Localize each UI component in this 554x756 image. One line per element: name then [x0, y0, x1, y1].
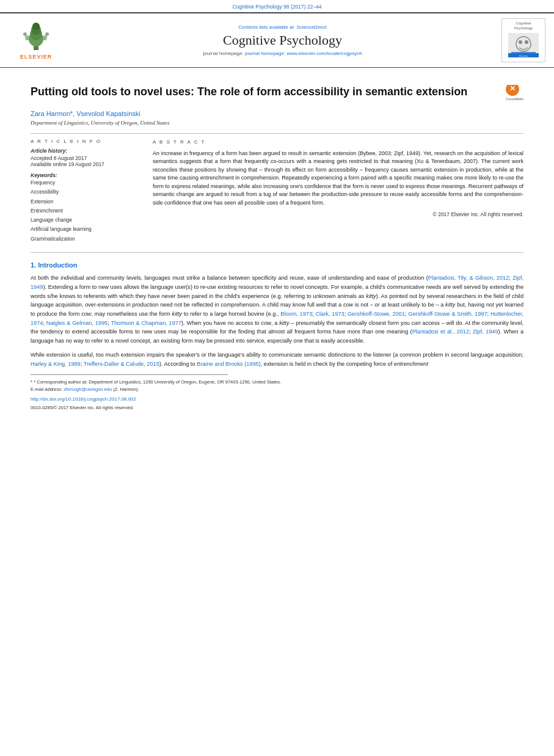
- email-link[interactable]: zforough@uoregon.edu: [64, 387, 112, 392]
- issn-line: 0010-0285/© 2017 Elsevier Inc. All right…: [31, 404, 523, 411]
- keyword-1: Frequency: [31, 178, 140, 187]
- svg-point-5: [25, 35, 30, 40]
- top-citation: Cognitive Psychology 98 (2017) 22–44: [0, 0, 554, 12]
- footnote-section: [0, 374, 554, 375]
- ref-clark-1973[interactable]: Clark, 1973: [315, 311, 344, 317]
- journal-header: ELSEVIER Contents lists available at Sci…: [0, 12, 554, 68]
- authors: Zara Harmon*, Vsevolod Kapatsinski: [31, 110, 523, 117]
- abstract-text: An increase in frequency of a form has b…: [153, 150, 523, 208]
- doi-line: http://dx.doi.org/10.1016/j.cogpsych.201…: [31, 396, 523, 403]
- article-info-abstract: A R T I C L E I N F O Article history: A…: [31, 133, 523, 244]
- ref-harley-1989[interactable]: Harley & King, 1989: [31, 361, 81, 367]
- footnote-divider: [31, 374, 228, 375]
- keyword-6: Artificial language learning: [31, 225, 140, 234]
- journal-logo-box: Cognitive Psychology Elsevier: [501, 18, 545, 62]
- svg-point-4: [32, 23, 40, 30]
- article-title: Putting old tools to novel uses: The rol…: [31, 85, 523, 99]
- journal-title-block: Contents lists available at ScienceDirec…: [70, 24, 495, 56]
- history-label: Article history:: [31, 148, 140, 154]
- ref-treffers-2015[interactable]: Treffers-Daller & Calude, 2015: [84, 361, 159, 367]
- abstract-heading: A B S T R A C T: [153, 139, 523, 146]
- doi-link[interactable]: http://dx.doi.org/10.1016/j.cogpsych.201…: [31, 396, 136, 402]
- homepage-link[interactable]: journal homepage: www.elsevier.com/locat…: [245, 51, 362, 56]
- author-names: Zara Harmon*, Vsevolod Kapatsinski: [31, 110, 140, 117]
- article-info-heading: A R T I C L E I N F O: [31, 139, 140, 144]
- ref-thomson-1977[interactable]: Thomson & Chapman, 1977: [111, 320, 181, 326]
- keywords-label: Keywords:: [31, 172, 57, 178]
- keyword-3: Extension: [31, 197, 140, 206]
- keyword-4: Entrenchment: [31, 206, 140, 216]
- crossmark-label: CrossMark: [506, 97, 523, 101]
- keyword-7: Grammaticalization: [31, 234, 140, 244]
- intro-paragraph-1: At both the individual and community lev…: [31, 274, 523, 346]
- email-suffix: (Z. Harmon).: [113, 387, 139, 392]
- elsevier-tree-icon: [18, 21, 54, 53]
- crossmark-badge[interactable]: ✕ CrossMark: [506, 85, 523, 101]
- journal-homepage: journal homepage: journal homepage: www.…: [70, 51, 495, 56]
- svg-point-11: [519, 40, 522, 44]
- crossmark-icon: ✕: [506, 85, 519, 96]
- email-line: E-mail address: zforough@uoregon.edu (Z.…: [31, 386, 523, 393]
- svg-point-7: [23, 32, 27, 36]
- abstract-col: A B S T R A C T An increase in frequency…: [153, 139, 523, 244]
- footnote-text: * Corresponding author at: Department of…: [34, 379, 281, 385]
- email-label: E-mail address:: [31, 387, 62, 392]
- contents-line: Contents lists available at ScienceDirec…: [70, 24, 495, 30]
- intro-heading: 1. Introduction: [31, 261, 523, 269]
- affiliation: Department of Linguistics, University of…: [31, 120, 523, 126]
- svg-point-8: [45, 32, 49, 36]
- svg-text:Elsevier: Elsevier: [519, 54, 528, 57]
- contents-text: Contents lists available at: [238, 24, 294, 30]
- logo-journal-name: Cognitive Psychology: [505, 21, 542, 31]
- intro-paragraph-2: While extension is useful, too much exte…: [31, 351, 523, 368]
- article-section: ✕ CrossMark Putting old tools to novel u…: [0, 68, 554, 253]
- footnote-area: * * Corresponding author at: Department …: [0, 379, 554, 411]
- logo-image: Elsevier: [508, 33, 539, 57]
- ref-bloom-1973[interactable]: Bloom, 1973: [280, 311, 312, 317]
- ref-gershkoff-2001[interactable]: Gershkoff-Stowe, 2001: [348, 311, 405, 317]
- page: Cognitive Psychology 98 (2017) 22–44: [0, 0, 554, 411]
- svg-point-12: [525, 40, 528, 44]
- introduction-section: 1. Introduction At both the individual a…: [0, 261, 554, 368]
- accepted-date: Accepted 8 August 2017 Available online …: [31, 155, 140, 167]
- elsevier-wordmark: ELSEVIER: [20, 54, 53, 60]
- ref-plantadosi-2012[interactable]: Plantadosi, Tily, & Gibson, 2012: [428, 275, 509, 281]
- ref-zipf-1949b[interactable]: Zipf, 1949: [473, 329, 498, 335]
- sciencedirect-link[interactable]: ScienceDirect: [296, 24, 326, 30]
- ref-braine-1995[interactable]: Braine and Brooks (1995): [197, 361, 261, 367]
- ref-gershkoff-smith-1997[interactable]: Gershkoff-Stowe & Smith, 1997: [408, 311, 487, 317]
- keywords-list: Frequency Accessibility Extension Entren…: [31, 178, 140, 244]
- ref-plantadosi-et-al-2012[interactable]: Plantadosi et al., 2012: [412, 329, 469, 335]
- copyright-line: © 2017 Elsevier Inc. All rights reserved…: [153, 211, 523, 219]
- svg-point-6: [42, 35, 47, 40]
- keyword-2: Accessibility: [31, 187, 140, 197]
- footnote-star: * * Corresponding author at: Department …: [31, 379, 523, 386]
- elsevier-logo: ELSEVIER: [9, 21, 64, 60]
- title-block: ✕ CrossMark Putting old tools to novel u…: [31, 85, 523, 105]
- citation-link[interactable]: Cognitive Psychology 98 (2017) 22–44: [232, 4, 321, 10]
- ref-naigles-1995[interactable]: Naigles & Gelman, 1995: [46, 320, 108, 326]
- keyword-5: Language change: [31, 216, 140, 225]
- section-divider: [31, 252, 523, 253]
- journal-name: Cognitive Psychology: [70, 32, 495, 48]
- article-info-col: A R T I C L E I N F O Article history: A…: [31, 139, 140, 244]
